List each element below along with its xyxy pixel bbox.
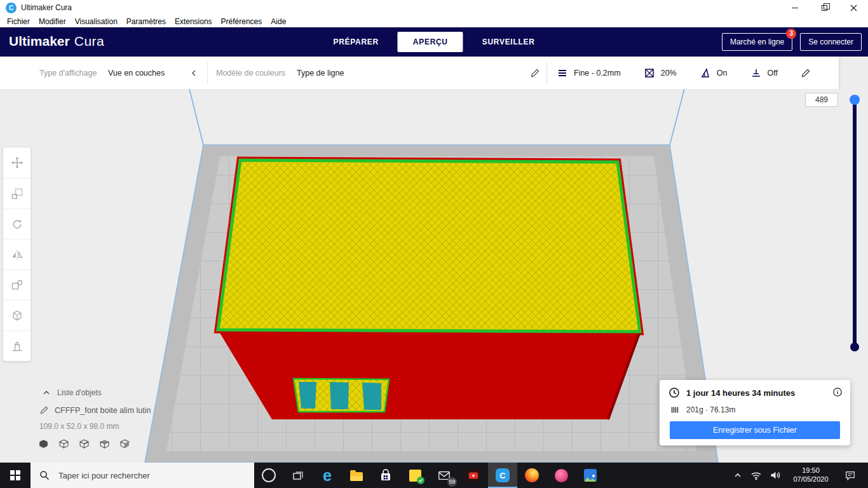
mesh-type-icons (38, 438, 130, 449)
scale-tool[interactable] (3, 178, 31, 208)
move-tool[interactable] (3, 147, 31, 178)
rename-job-button[interactable] (39, 405, 49, 415)
tray-expand-button[interactable] (729, 463, 746, 488)
divider (207, 62, 208, 84)
print-time-row: 1 jour 14 heures 34 minutes (668, 387, 795, 398)
profile-setting[interactable]: Fine - 0.2mm (557, 67, 621, 79)
restore-icon (822, 5, 827, 11)
menu-visualisation[interactable]: Visualisation (71, 17, 122, 26)
edit-view-settings-button[interactable] (530, 57, 540, 89)
title-bar: C Ultimaker Cura (0, 0, 868, 16)
chevron-left-icon (189, 69, 198, 78)
edge-icon: e (323, 468, 332, 484)
menu-extensions[interactable]: Extensions (170, 17, 217, 26)
model-dimensions: 109.0 x 52.0 x 98.0 mm (39, 422, 119, 431)
action-center-button[interactable] (839, 463, 862, 488)
window-title: Ultimaker Cura (21, 0, 72, 16)
tab-preparer[interactable]: PRÉPARER (318, 32, 393, 52)
menu-aide[interactable]: Aide (266, 17, 290, 26)
mesh-type-3[interactable] (79, 438, 90, 449)
photos-app[interactable] (576, 463, 605, 488)
model-top-skin (218, 160, 640, 332)
windows-logo-icon (10, 470, 20, 480)
file-explorer-app[interactable] (342, 463, 371, 488)
start-button[interactable] (0, 463, 31, 488)
edge-app[interactable]: e (313, 463, 342, 488)
infill-setting[interactable]: 20% (644, 67, 677, 79)
menu-modifier[interactable]: Modifier (34, 17, 71, 26)
pink-app-icon (555, 469, 568, 482)
speaker-icon (770, 470, 781, 481)
cortana-button[interactable] (254, 463, 283, 488)
chevron-up-icon (42, 389, 51, 396)
display-type-dropdown[interactable]: Vue en couches (108, 57, 165, 89)
layer-slider-track[interactable] (853, 102, 857, 346)
video-app[interactable] (459, 463, 488, 488)
adhesion-setting[interactable]: Off (750, 67, 778, 79)
search-icon (39, 470, 50, 480)
mesh-type-normal[interactable] (38, 438, 49, 449)
windows-taskbar: e 59 C (0, 463, 868, 488)
cura-app-icon: C (6, 3, 17, 13)
print-info-button[interactable] (832, 387, 843, 397)
collapse-panel-button[interactable] (189, 57, 198, 89)
menu-fichier[interactable]: Fichier (3, 17, 34, 26)
notes-app[interactable] (400, 463, 430, 488)
mesh-type-4[interactable] (99, 438, 110, 449)
network-status[interactable] (747, 463, 765, 488)
per-model-settings-tool[interactable] (3, 269, 31, 300)
cube-outline-icon (58, 438, 69, 449)
main-header: Ultimaker Cura PRÉPARER APERÇU SURVEILLE… (0, 27, 868, 57)
menu-parametres[interactable]: Paramètres (122, 17, 170, 26)
print-time: 1 jour 14 heures 34 minutes (686, 388, 795, 398)
task-view-icon (292, 469, 304, 482)
store-app[interactable] (371, 463, 400, 488)
menu-preferences[interactable]: Préférences (217, 17, 267, 26)
firefox-app[interactable] (517, 463, 546, 488)
cube-outline-icon (119, 438, 130, 449)
pink-app[interactable] (546, 463, 576, 488)
layer-slider-top-handle[interactable] (850, 95, 860, 105)
layer-slider-bottom-handle[interactable] (850, 342, 859, 351)
layer-number-box[interactable]: 489 (805, 93, 838, 107)
object-list-toggle[interactable]: Liste d'objets (38, 388, 105, 398)
cura-application-window: C Ultimaker Cura Fichier Modifier Visual… (0, 0, 868, 488)
mirror-tool[interactable] (3, 239, 31, 269)
close-button[interactable] (839, 0, 868, 16)
minimize-button[interactable] (780, 0, 810, 16)
mail-app[interactable]: 59 (430, 463, 459, 488)
support-blocker-tool[interactable] (3, 300, 31, 330)
sliced-model[interactable] (218, 160, 640, 419)
mesh-type-2[interactable] (58, 438, 69, 449)
store-icon (379, 468, 393, 482)
save-to-file-button[interactable]: Enregistrer sous Fichier (670, 421, 840, 439)
pencil-icon (801, 68, 811, 78)
menu-bar: Fichier Modifier Visualisation Paramètre… (0, 16, 868, 27)
layer-height-icon (557, 67, 568, 79)
search-input[interactable] (57, 463, 254, 488)
rotate-tool[interactable] (3, 208, 31, 239)
mirror-icon (11, 248, 24, 261)
color-scheme-dropdown[interactable]: Type de ligne (297, 57, 344, 89)
taskbar-search[interactable] (31, 463, 254, 488)
tab-surveiller[interactable]: SURVEILLER (467, 32, 550, 52)
marketplace-button[interactable]: Marché en ligne 3 (722, 33, 792, 51)
mesh-type-5[interactable] (119, 438, 130, 449)
restore-button[interactable] (810, 0, 839, 16)
edit-print-settings-button[interactable] (801, 68, 811, 78)
tab-apercu[interactable]: APERÇU (398, 32, 463, 52)
notification-icon (844, 470, 856, 481)
custom-supports-tool[interactable] (3, 330, 31, 361)
stage-tabs: PRÉPARER APERÇU SURVEILLER (318, 32, 550, 52)
task-view-button[interactable] (283, 463, 313, 488)
check-badge-icon (417, 477, 424, 484)
taskbar-clock[interactable]: 19:50 07/05/2020 (787, 466, 835, 485)
volume-status[interactable] (766, 463, 784, 488)
per-model-settings-icon (11, 279, 24, 292)
support-setting[interactable]: On (700, 67, 728, 79)
cura-taskbar-app[interactable]: C (488, 463, 517, 488)
view-options-bar: Type d'affichage Vue en couches Modèle d… (0, 57, 839, 89)
job-name: CFFFP_font boite alim lutin (55, 406, 151, 415)
support-icon (700, 67, 711, 79)
sign-in-button[interactable]: Se connecter (800, 33, 862, 51)
